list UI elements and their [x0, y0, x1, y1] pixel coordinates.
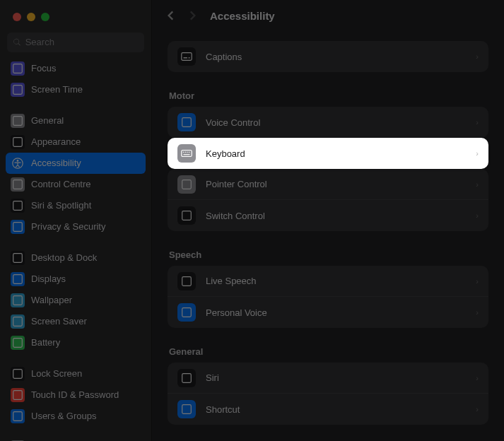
- sidebar-item-label: Appearance: [31, 136, 81, 147]
- settings-row-label: Keyboard: [206, 148, 245, 159]
- section-title-motor: Motor: [169, 90, 488, 101]
- settings-row-voice-control[interactable]: Voice Control›: [168, 107, 488, 138]
- display-icon: [11, 272, 25, 286]
- users-icon: [11, 410, 24, 423]
- settings-row-label: Pointer Control: [206, 179, 267, 189]
- settings-row-siri[interactable]: Siri›: [168, 363, 488, 394]
- sidebar-item-label: Screen Saver: [31, 316, 87, 327]
- search-input[interactable]: [25, 37, 139, 47]
- sidebar-item-privacy-security[interactable]: Privacy & Security: [6, 216, 146, 237]
- sidebar-item-screen-saver[interactable]: Screen Saver: [6, 311, 146, 332]
- sidebar-item-label: Focus: [31, 63, 56, 74]
- sidebar-item-passwords[interactable]: Passwords: [6, 437, 146, 441]
- lock-icon: [11, 368, 24, 380]
- sidebar-item-focus[interactable]: Focus: [6, 58, 146, 79]
- svg-rect-2: [13, 117, 23, 126]
- keyboard-icon: [177, 144, 196, 163]
- lock-icon: [11, 367, 25, 381]
- sidebar-item-wallpaper[interactable]: Wallpaper: [6, 290, 146, 311]
- sidebar-item-general[interactable]: General: [6, 110, 146, 131]
- siri-icon: [11, 199, 25, 213]
- sidebar-item-siri-spotlight[interactable]: Siri & Spotlight: [6, 195, 146, 216]
- svg-rect-13: [13, 339, 23, 348]
- hand-icon: [11, 220, 25, 234]
- zoom-window-button[interactable]: [41, 13, 49, 21]
- minimize-window-button[interactable]: [27, 13, 35, 21]
- page-title: Accessibility: [210, 10, 275, 22]
- sidebar-item-label: General: [31, 115, 64, 126]
- dock-icon: [11, 251, 25, 265]
- siri-icon: [180, 372, 193, 384]
- chevron-right-icon: ›: [476, 211, 479, 220]
- settings-row-switch-control[interactable]: Switch Control›: [168, 200, 488, 231]
- svg-rect-6: [13, 180, 23, 189]
- forward-button[interactable]: [184, 7, 200, 24]
- settings-row-captions[interactable]: Captions›: [168, 41, 488, 72]
- svg-rect-32: [182, 308, 192, 317]
- sidebar-item-desktop-dock[interactable]: Desktop & Dock: [6, 247, 146, 269]
- sidebar-item-control-centre[interactable]: Control Centre: [6, 174, 146, 195]
- svg-rect-33: [182, 373, 192, 382]
- sidebar-item-label: Control Centre: [31, 179, 91, 189]
- svg-rect-16: [13, 412, 23, 421]
- section-title-general: General: [169, 346, 488, 357]
- chevron-right-icon: ›: [476, 374, 479, 382]
- settings-row-label: Captions: [206, 52, 242, 62]
- svg-rect-0: [13, 64, 23, 74]
- accessibility-icon: [11, 156, 25, 170]
- svg-rect-10: [13, 275, 23, 284]
- settings-row-live-speech[interactable]: Live Speech›: [168, 266, 488, 297]
- svg-rect-11: [13, 296, 23, 305]
- svg-rect-29: [182, 180, 192, 189]
- chevron-left-icon: [165, 9, 177, 22]
- live-speech-icon: [180, 275, 193, 288]
- sidebar-item-label: Accessibility: [31, 158, 81, 168]
- sidebar-item-label: Screen Time: [31, 84, 83, 95]
- settings-row-shortcut[interactable]: Shortcut›: [168, 394, 488, 425]
- sidebar-item-battery[interactable]: Battery: [6, 332, 146, 353]
- sidebar-item-accessibility[interactable]: Accessibility: [6, 153, 146, 174]
- sidebar-item-lock-screen[interactable]: Lock Screen: [6, 363, 146, 384]
- search-field[interactable]: [7, 33, 144, 52]
- siri-icon: [11, 199, 24, 212]
- fingerprint-icon: [11, 389, 24, 401]
- back-button[interactable]: [163, 7, 179, 24]
- sidebar-item-label: Displays: [31, 274, 66, 284]
- chevron-right-icon: ›: [476, 180, 479, 189]
- sidebar-item-appearance[interactable]: Appearance: [6, 131, 146, 153]
- accessibility-icon: [11, 157, 24, 170]
- wallpaper-icon: [11, 293, 25, 307]
- settings-row-label: Switch Control: [206, 211, 265, 221]
- close-window-button[interactable]: [13, 13, 21, 21]
- svg-point-5: [17, 160, 19, 162]
- settings-row-label: Voice Control: [206, 117, 260, 128]
- users-icon: [11, 409, 25, 423]
- sidebar-item-displays[interactable]: Displays: [6, 269, 146, 290]
- svg-rect-8: [13, 223, 23, 232]
- svg-point-27: [187, 151, 187, 152]
- pointer-icon: [180, 178, 193, 191]
- chevron-right-icon: ›: [476, 52, 479, 61]
- svg-rect-12: [13, 317, 23, 327]
- gear-icon: [11, 114, 25, 128]
- voice-control-icon: [177, 113, 196, 131]
- sidebar-item-users-groups[interactable]: Users & Groups: [6, 406, 146, 427]
- settings-row-pointer-control[interactable]: Pointer Control›: [168, 169, 488, 200]
- svg-rect-22: [182, 118, 192, 127]
- display-icon: [11, 273, 24, 286]
- hand-icon: [11, 220, 24, 233]
- settings-row-personal-voice[interactable]: Personal Voice›: [168, 297, 488, 328]
- sidebar-item-touch-id-password[interactable]: Touch ID & Password: [6, 384, 146, 406]
- svg-rect-3: [13, 138, 23, 147]
- chevron-right-icon: ›: [476, 405, 479, 413]
- personal-voice-icon: [180, 306, 193, 319]
- chevron-right-icon: ›: [476, 118, 479, 127]
- gear-icon: [11, 114, 24, 127]
- svg-rect-19: [182, 53, 192, 61]
- appearance-icon: [11, 135, 25, 149]
- svg-rect-1: [13, 86, 23, 95]
- captions-icon: [177, 47, 196, 66]
- sidebar-item-screen-time[interactable]: Screen Time: [6, 79, 146, 100]
- svg-rect-23: [182, 151, 192, 157]
- settings-row-keyboard[interactable]: Keyboard›: [168, 138, 488, 169]
